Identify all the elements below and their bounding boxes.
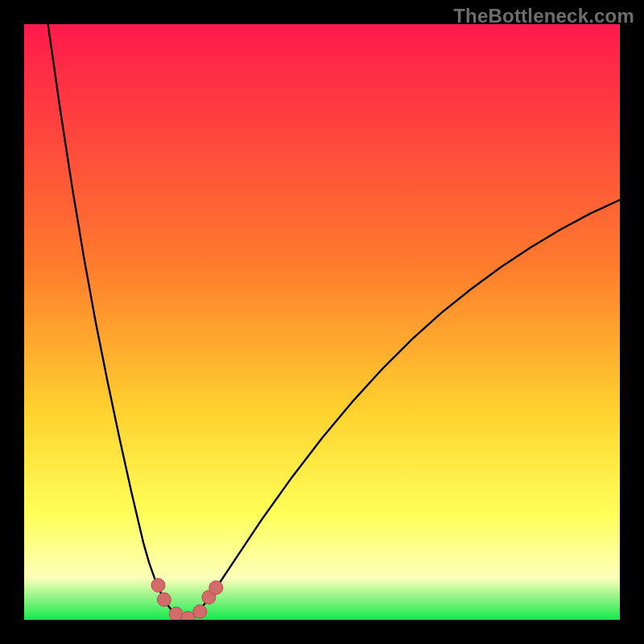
dip-marker-1 [157,592,171,606]
plot-area [24,24,620,620]
dip-marker-4 [193,605,207,618]
watermark-text: TheBottleneck.com [453,5,634,27]
chart-frame: TheBottleneck.com [0,0,644,644]
dip-marker-6 [209,581,223,595]
curve-left-branch [48,24,185,619]
curve-layer [24,24,620,620]
dip-marker-0 [151,579,165,592]
curve-right-branch [185,200,620,619]
dip-markers-group [151,579,223,620]
